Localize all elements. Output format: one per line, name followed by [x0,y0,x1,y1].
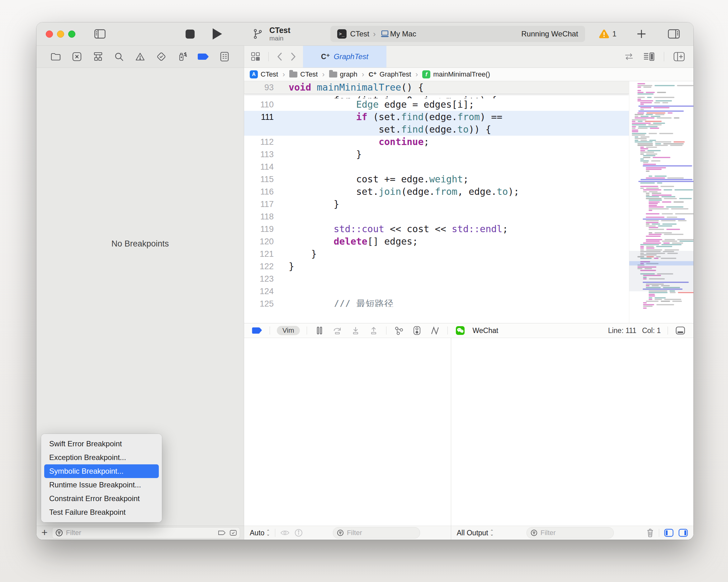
scheme-target[interactable]: CTest [350,30,369,38]
line-number[interactable]: 122 [244,260,274,273]
jump-bar[interactable]: ACTest›CTest›graph›C⁺GraphTest›fmainMini… [244,68,694,81]
show-console-view-icon[interactable] [678,529,688,537]
line-number[interactable]: 124 [244,285,274,297]
code-line-113[interactable]: 113 } [244,148,629,161]
line-number[interactable]: 117 [244,198,274,210]
variables-scope-selector[interactable]: Auto ⌃⌄ [250,529,270,537]
step-over-icon[interactable] [332,325,343,336]
code-review-icon[interactable] [624,53,634,61]
line-number[interactable]: 112 [244,136,274,148]
code-line-123[interactable]: 123 [244,273,629,285]
close-window-button[interactable] [46,30,53,38]
code-line-93[interactable]: 93void mainMinimalTree() { [244,81,629,94]
code-line-120[interactable]: 120 delete[] edges; [244,235,629,248]
console-filter-input[interactable] [540,528,610,537]
variables-view-content[interactable] [244,338,451,526]
show-variables-view-icon[interactable] [664,529,674,537]
source-editor[interactable]: 93void mainMinimalTree() { for (int i = … [244,81,694,323]
vim-mode-badge[interactable]: Vim [277,326,300,335]
breadcrumb-item-graph[interactable]: graph [329,70,358,78]
show-breakpoints-toggle-icon[interactable] [218,530,226,536]
debug-navigator-icon[interactable] [176,50,189,63]
adjust-editor-options-icon[interactable] [643,52,654,61]
issue-navigator-icon[interactable] [133,50,147,63]
toggle-navigator-sidebar-icon[interactable] [93,28,107,40]
code-line-116[interactable]: 116 set.join(edge.from, edge.to); [244,185,629,198]
breadcrumb-item-ctest[interactable]: ACTest [250,70,278,78]
go-back-icon[interactable] [277,52,282,61]
hide-debug-area-icon[interactable] [675,325,686,336]
print-description-icon[interactable] [294,529,303,537]
code-line-112[interactable]: 112 continue; [244,136,629,148]
project-navigator-icon[interactable] [49,50,62,63]
line-number[interactable]: 114 [244,161,274,173]
breakpoints-toggle-icon[interactable] [252,325,263,336]
code-line-110[interactable]: 110 Edge edge = edges[i]; [244,98,629,111]
add-editor-icon[interactable] [674,52,685,61]
line-number[interactable]: 120 [244,235,274,248]
code-line-122[interactable]: 122} [244,260,629,273]
line-number[interactable]: 93 [244,81,274,94]
scheme-destination[interactable]: My Mac [390,30,416,38]
go-forward-icon[interactable] [290,52,296,61]
test-navigator-icon[interactable] [154,50,168,63]
code-line-118[interactable]: 118 [244,210,629,223]
step-out-icon[interactable] [368,325,379,336]
pause-execution-icon[interactable] [314,325,325,336]
breakpoint-filter-field[interactable] [52,527,240,538]
add-breakpoint-button[interactable]: + [42,528,48,537]
variables-filter-field[interactable] [333,527,420,538]
stop-button[interactable] [186,30,194,38]
running-process-name[interactable]: WeChat [473,326,498,335]
zoom-window-button[interactable] [68,30,75,38]
issues-badge[interactable]: 1 [599,29,617,38]
code-line-115[interactable]: 115 cost += edge.weight; [244,173,629,185]
minimap-visible-region[interactable] [629,251,694,291]
code-line-wrap[interactable]: for (int i = 0; i < m; i++) { [244,94,629,98]
menu-item-swift-error-breakpoint[interactable]: Swift Error Breakpoint [44,437,159,451]
code-line-wrap[interactable]: set.find(edge.to)) { [244,123,629,136]
breadcrumb-item-mainminimaltree[interactable]: fmainMinimalTree() [422,70,490,78]
code-line-125[interactable]: 125 /// 最短路径 [244,297,629,307]
code-line-124[interactable]: 124 [244,285,629,297]
code-line-114[interactable]: 114 [244,161,629,173]
clear-console-icon[interactable] [646,528,654,537]
menu-item-constraint-error-breakpoint[interactable]: Constraint Error Breakpoint [44,492,159,505]
code-line-121[interactable]: 121 } [244,248,629,260]
console-output[interactable] [451,338,694,526]
line-number[interactable]: 121 [244,248,274,260]
menu-item-runtime-issue-breakpoint[interactable]: Runtime Issue Breakpoint... [44,478,159,492]
debug-view-hierarchy-icon[interactable] [393,325,405,336]
step-into-icon[interactable] [350,325,361,336]
run-button[interactable] [213,28,222,39]
line-number[interactable]: 119 [244,223,274,235]
line-number[interactable]: 118 [244,210,274,223]
line-number[interactable] [244,94,274,98]
toggle-inspector-sidebar-icon[interactable] [667,28,681,40]
tab-graphtest[interactable]: C⁺ GraphTest [303,46,386,68]
line-number[interactable]: 115 [244,173,274,185]
line-number[interactable]: 110 [244,98,274,111]
editor-minimap[interactable] [629,81,694,323]
variables-filter-input[interactable] [346,528,416,537]
scheme-selector[interactable]: >_ CTest › My Mac Running WeChat [330,26,585,42]
breakpoint-navigator-icon[interactable] [197,50,210,63]
line-number[interactable]: 113 [244,148,274,161]
report-navigator-icon[interactable] [218,50,231,63]
menu-item-test-failure-breakpoint[interactable]: Test Failure Breakpoint [44,505,159,519]
symbol-navigator-icon[interactable] [91,50,105,63]
line-number[interactable]: 125 [244,297,274,307]
menu-item-exception-breakpoint[interactable]: Exception Breakpoint... [44,451,159,465]
line-number[interactable]: 111 [244,111,274,123]
console-filter-field[interactable] [526,527,614,538]
simulate-location-icon[interactable] [430,325,441,336]
breakpoint-filter-input[interactable] [66,528,215,537]
line-number[interactable]: 123 [244,273,274,285]
breadcrumb-item-ctest[interactable]: CTest [289,70,318,78]
source-control-navigator-icon[interactable] [70,50,84,63]
menu-item-symbolic-breakpoint[interactable]: Symbolic Breakpoint... [44,465,159,478]
library-add-icon[interactable] [634,28,649,40]
find-navigator-icon[interactable] [112,50,126,63]
related-items-icon[interactable] [251,52,260,61]
line-number[interactable] [244,123,274,136]
